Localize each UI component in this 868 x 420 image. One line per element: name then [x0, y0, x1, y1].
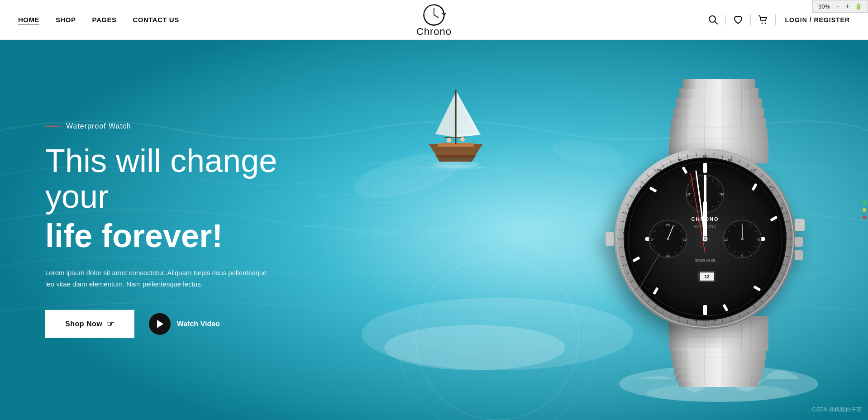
hero-tag: Waterproof Watch — [45, 122, 344, 130]
nav-pages[interactable]: PAGES — [92, 16, 117, 24]
nav-right: LOGIN / REGISTER — [708, 14, 850, 25]
svg-text:10: 10 — [686, 192, 690, 196]
nav-contact[interactable]: CONTACT US — [133, 16, 179, 24]
svg-text:SWISS MADE: SWISS MADE — [695, 259, 715, 262]
svg-text:12: 12 — [704, 274, 710, 279]
search-button[interactable] — [708, 15, 718, 25]
zoom-out-button[interactable]: − — [835, 2, 839, 10]
svg-rect-26 — [669, 329, 768, 341]
svg-line-4 — [715, 21, 718, 24]
divider-3 — [775, 14, 776, 25]
svg-point-218 — [741, 238, 744, 240]
logo-text: Chrono — [416, 26, 452, 38]
svg-rect-32 — [679, 382, 758, 387]
svg-point-5 — [762, 22, 763, 24]
site-logo[interactable]: Chrono — [416, 2, 452, 38]
hand-icon: ☞ — [107, 319, 114, 329]
shop-now-button[interactable]: Shop Now ☞ — [45, 310, 134, 338]
sidebar-indicators — [861, 197, 868, 223]
wishlist-button[interactable] — [733, 15, 743, 25]
svg-line-2 — [434, 15, 438, 18]
login-register-button[interactable]: LOGIN / REGISTER — [785, 16, 850, 24]
zoom-in-button[interactable]: + — [845, 2, 849, 10]
boat-illustration — [401, 67, 510, 185]
svg-rect-45 — [673, 108, 764, 119]
watermark: CSDN @枫酱柚子茶 — [812, 406, 862, 414]
dot-red — [863, 215, 866, 219]
watch-illustration: 60 65 70 80 90 100 120 140 160 200 TACHY… — [529, 53, 868, 420]
hero-tag-text: Waterproof Watch — [66, 122, 131, 130]
play-circle — [149, 313, 171, 334]
dot-green — [863, 201, 866, 205]
watch-svg: 60 65 70 80 90 100 120 140 160 200 TACHY… — [547, 62, 863, 415]
nav-shop[interactable]: SHOP — [56, 16, 76, 24]
play-icon — [157, 320, 163, 328]
cart-icon — [758, 15, 768, 25]
svg-rect-30 — [674, 368, 763, 375]
svg-text:9: 9 — [741, 254, 743, 258]
svg-rect-31 — [676, 375, 761, 382]
nav-home[interactable]: HOME — [18, 16, 39, 24]
svg-rect-46 — [676, 98, 762, 109]
hero-tag-line — [45, 126, 60, 127]
browser-zoom-bar: 90% − + 🔋 — [812, 0, 868, 13]
dot-yellow — [863, 208, 866, 212]
svg-point-198 — [667, 238, 669, 240]
svg-rect-58 — [795, 219, 805, 231]
hero-title-light: This will change your — [45, 143, 344, 215]
hero-description: Lorem ipsum dolor sit amet consectetur. … — [45, 267, 272, 290]
svg-rect-59 — [795, 237, 803, 247]
watch-video-button[interactable]: Watch Video — [149, 313, 220, 334]
svg-rect-27 — [669, 341, 768, 351]
watch-video-label: Watch Video — [177, 320, 220, 328]
wishlist-icon — [733, 15, 743, 25]
divider-1 — [725, 14, 726, 25]
svg-point-232 — [704, 238, 706, 240]
svg-rect-48 — [682, 79, 755, 89]
svg-text:20: 20 — [683, 238, 687, 241]
svg-text:0: 0 — [651, 238, 653, 241]
boat-svg — [401, 67, 510, 185]
svg-point-18 — [447, 138, 451, 143]
svg-text:12: 12 — [724, 238, 728, 241]
svg-point-19 — [460, 137, 465, 142]
svg-rect-147 — [703, 163, 707, 173]
svg-point-21 — [429, 165, 483, 170]
hero-section: 60 65 70 80 90 100 120 140 160 200 TACHY… — [0, 40, 868, 420]
svg-text:40: 40 — [666, 254, 670, 258]
logo-icon-svg — [421, 2, 447, 28]
divider-2 — [750, 14, 751, 25]
svg-text:6: 6 — [758, 238, 760, 241]
search-icon — [708, 15, 718, 25]
svg-rect-28 — [671, 351, 766, 360]
svg-text:30: 30 — [720, 192, 725, 196]
svg-text:80: 80 — [769, 185, 773, 189]
svg-rect-47 — [679, 88, 758, 99]
nav-left: HOME SHOP PAGES CONTACT US — [18, 16, 179, 24]
svg-rect-149 — [703, 305, 707, 315]
svg-text:60: 60 — [666, 224, 670, 227]
hero-title-bold: life forever! — [45, 218, 344, 254]
site-header: HOME SHOP PAGES CONTACT US Chrono — [0, 0, 868, 40]
hero-content: Waterproof Watch This will change your l… — [45, 122, 344, 338]
zoom-level: 90% — [818, 3, 830, 10]
hero-actions: Shop Now ☞ Watch Video — [45, 310, 344, 338]
cart-button[interactable] — [758, 15, 768, 25]
header-icons — [708, 14, 776, 25]
svg-point-6 — [765, 22, 766, 24]
svg-rect-61 — [606, 232, 614, 246]
svg-rect-60 — [795, 250, 803, 260]
battery-icon: 🔋 — [855, 3, 862, 10]
